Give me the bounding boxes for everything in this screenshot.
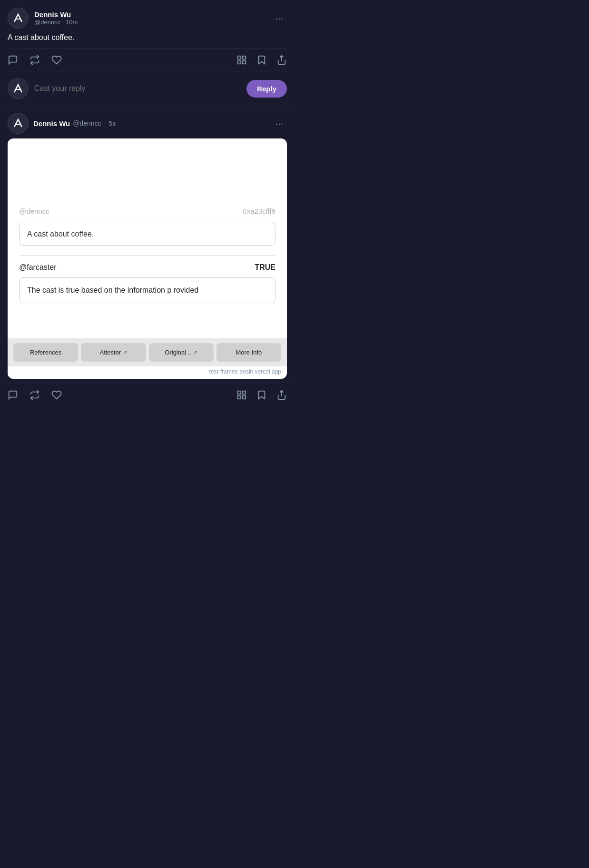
attester-ext-icon: ↗: [123, 349, 127, 355]
grid-icon[interactable]: [236, 55, 247, 65]
svg-rect-9: [243, 391, 245, 394]
second-post: Dennis Wu @denncc · 5s ··· @denncc 0xa23…: [0, 106, 294, 379]
bottom-comment-icon[interactable]: [8, 390, 18, 400]
frame-divider: [19, 255, 275, 256]
svg-rect-11: [243, 396, 245, 399]
post1-header-left: Dennis Wu @denncc · 10m: [8, 8, 78, 29]
post2-header: Dennis Wu @denncc · 5s ···: [8, 113, 287, 134]
post1-header: Dennis Wu @denncc · 10m ···: [8, 8, 287, 29]
frame-buttons: References Attester ↗ Original .. ↗ More…: [8, 338, 287, 366]
svg-rect-4: [243, 61, 245, 64]
frame-btn-more-info[interactable]: More Info: [216, 343, 281, 362]
post1-more-button[interactable]: ···: [271, 11, 287, 26]
bottom-share-icon[interactable]: [276, 390, 287, 400]
frame-card: @denncc 0xa23cfff9 A cast about coffee. …: [8, 138, 287, 379]
frame-addr-left: @denncc: [19, 207, 49, 215]
frame-btn-original[interactable]: Original .. ↗: [149, 343, 214, 362]
vercel-attribution: test-frames-eosin.vercel.app: [8, 366, 287, 379]
original-ext-icon: ↗: [193, 349, 197, 355]
reply-button[interactable]: Reply: [246, 80, 287, 98]
post1-text: A cast about coffee.: [8, 32, 287, 43]
bottom-heart-icon[interactable]: [51, 390, 62, 400]
post1-actions-right: [236, 55, 287, 65]
bottom-actions-right: [236, 390, 287, 400]
post2-handle: @denncc: [73, 119, 101, 127]
bottom-actions-left: [8, 390, 236, 400]
post2-more-button[interactable]: ···: [271, 116, 287, 131]
bottom-grid-icon[interactable]: [236, 390, 247, 400]
frame-addr-right: 0xa23cfff9: [243, 207, 275, 215]
frame-cast-text: A cast about coffee.: [27, 230, 94, 238]
heart-icon[interactable]: [51, 55, 62, 65]
svg-rect-3: [238, 61, 241, 64]
frame-farcaster-label: @farcaster: [19, 263, 56, 272]
svg-rect-10: [238, 396, 241, 399]
post2-dot: ·: [104, 119, 106, 127]
bottom-recast-icon[interactable]: [29, 390, 40, 400]
svg-rect-1: [238, 56, 241, 59]
bookmark-icon[interactable]: [256, 55, 267, 65]
comment-icon[interactable]: [8, 55, 18, 65]
reply-avatar: [8, 78, 29, 99]
post2-header-left: Dennis Wu @denncc · 5s: [8, 113, 116, 134]
bottom-action-bar: [0, 383, 294, 407]
post1-handle-time: @denncc · 10m: [34, 19, 78, 26]
post1-actions-left: [8, 55, 236, 65]
svg-rect-8: [238, 391, 241, 394]
frame-cast-box: A cast about coffee.: [19, 223, 275, 246]
post2-time: 5s: [108, 119, 116, 127]
bottom-bookmark-icon[interactable]: [256, 390, 267, 400]
frame-farcaster-row: @farcaster TRUE: [19, 263, 275, 272]
reply-input[interactable]: [34, 84, 241, 93]
frame-addresses: @denncc 0xa23cfff9: [19, 207, 275, 215]
frame-inner: @denncc 0xa23cfff9 A cast about coffee. …: [8, 138, 287, 338]
post2-username[interactable]: Dennis Wu: [33, 119, 70, 128]
frame-btn-attester[interactable]: Attester ↗: [81, 343, 146, 362]
reply-compose: Reply: [0, 71, 294, 106]
post1-user-info: Dennis Wu @denncc · 10m: [34, 10, 78, 26]
first-post: Dennis Wu @denncc · 10m ··· A cast about…: [0, 0, 294, 71]
post2-avatar[interactable]: [8, 113, 29, 134]
post1-action-bar: [8, 49, 287, 71]
frame-result-text: The cast is true based on the informatio…: [27, 286, 198, 294]
post1-avatar[interactable]: [8, 8, 29, 29]
frame-result-box: The cast is true based on the informatio…: [19, 277, 275, 303]
post2-user-inline: Dennis Wu @denncc · 5s: [33, 119, 116, 128]
share-icon[interactable]: [276, 55, 287, 65]
svg-rect-2: [243, 56, 245, 59]
frame-btn-references[interactable]: References: [13, 343, 78, 362]
frame-true-label: TRUE: [255, 263, 275, 272]
post1-username[interactable]: Dennis Wu: [34, 10, 78, 19]
recast-icon[interactable]: [29, 55, 40, 65]
